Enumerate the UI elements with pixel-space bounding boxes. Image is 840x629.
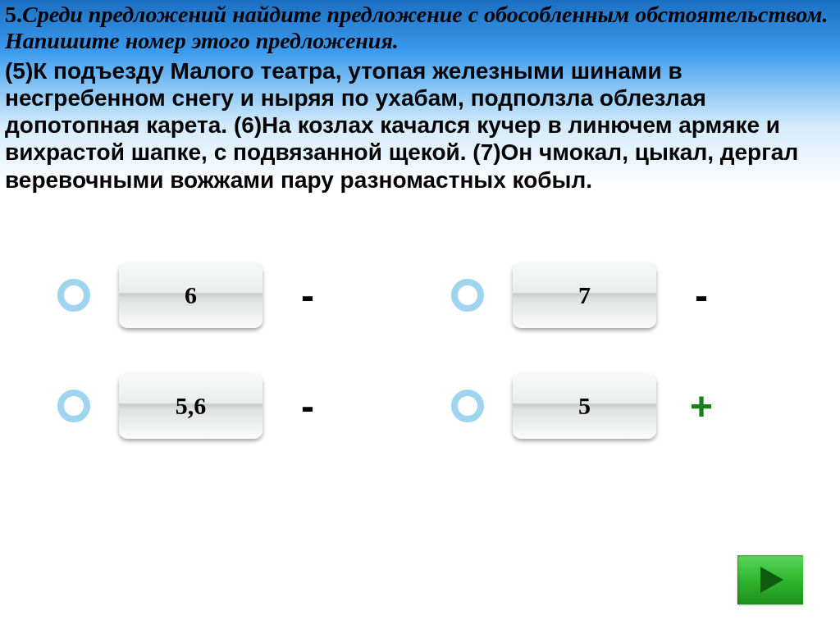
answer-label: 5,6	[176, 392, 207, 420]
radio-icon[interactable]	[451, 279, 484, 312]
question-number: 5.	[5, 2, 22, 27]
question-prompt-text: Среди предложений найдите предложение с …	[5, 2, 829, 53]
answer-card-2[interactable]: 7	[513, 262, 656, 328]
result-mark-2: -	[685, 273, 718, 318]
answer-label: 6	[185, 281, 197, 309]
answer-label: 7	[578, 281, 591, 309]
answer-option-4: 5 +	[451, 373, 812, 439]
content-block: 5.Среди предложений найдите предложение …	[5, 2, 835, 194]
answer-row-2: 5,6 - 5 +	[0, 373, 840, 439]
radio-icon[interactable]	[57, 279, 90, 312]
question-text: (5)К подъезду Малого театра, утопая желе…	[5, 57, 835, 193]
answer-option-1: 6 -	[57, 262, 418, 328]
next-button[interactable]	[737, 555, 803, 604]
answer-card-1[interactable]: 6	[119, 262, 262, 328]
radio-icon[interactable]	[57, 390, 90, 422]
answer-option-2: 7 -	[451, 262, 812, 328]
play-icon	[754, 563, 787, 596]
result-mark-4: +	[685, 384, 718, 429]
result-mark-3: -	[291, 384, 324, 429]
question-prompt: 5.Среди предложений найдите предложение …	[5, 2, 835, 54]
result-mark-1: -	[291, 273, 324, 318]
radio-icon[interactable]	[451, 390, 484, 422]
answer-option-3: 5,6 -	[57, 373, 418, 439]
answer-row-1: 6 - 7 -	[0, 262, 840, 328]
slide: 5.Среди предложений найдите предложение …	[0, 0, 840, 629]
answer-card-3[interactable]: 5,6	[119, 373, 262, 439]
svg-marker-0	[760, 567, 783, 593]
answers-grid: 6 - 7 - 5,6 -	[0, 262, 840, 484]
answer-card-4[interactable]: 5	[513, 373, 656, 439]
answer-label: 5	[578, 392, 591, 420]
